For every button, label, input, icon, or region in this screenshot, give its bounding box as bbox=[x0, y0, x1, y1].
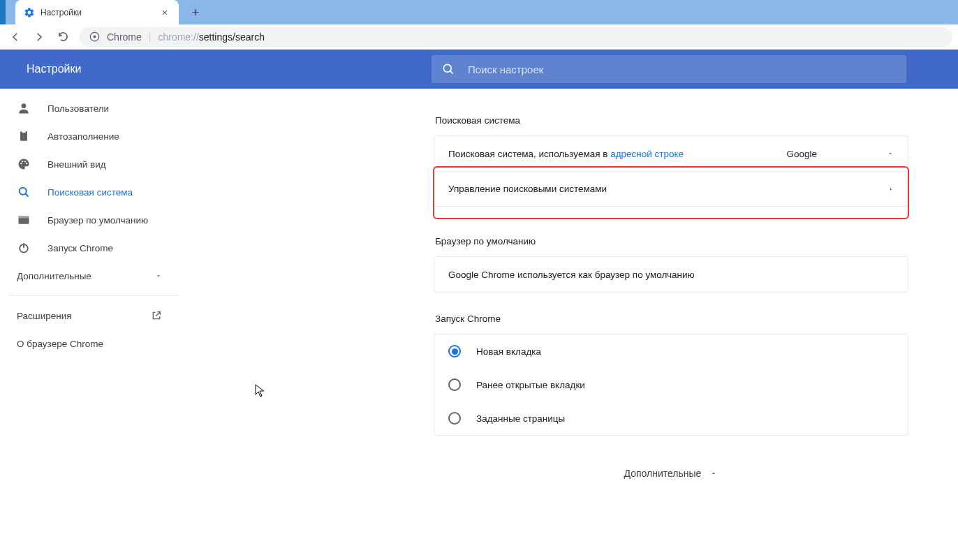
startup-option-continue[interactable]: Ранее открытые вкладки bbox=[434, 368, 908, 401]
svg-point-9 bbox=[24, 161, 26, 162]
close-icon[interactable]: × bbox=[159, 6, 170, 18]
palette-icon bbox=[17, 157, 31, 171]
svg-point-8 bbox=[22, 161, 23, 162]
svg-rect-5 bbox=[20, 131, 27, 140]
new-tab-button[interactable]: + bbox=[186, 3, 205, 22]
search-engine-card: Поисковая система, используемая в адресн… bbox=[434, 135, 908, 207]
sidebar-item-on-startup[interactable]: Запуск Chrome bbox=[0, 234, 179, 262]
advanced-toggle-label: Дополнительные bbox=[624, 468, 702, 479]
row-text: Поисковая система, используемая в адресн… bbox=[448, 149, 684, 159]
back-button[interactable] bbox=[6, 27, 25, 47]
tab-title: Настройки bbox=[40, 8, 154, 17]
section-title-default-browser: Браузер по умолчанию bbox=[435, 236, 908, 246]
sidebar-item-search-engine[interactable]: Поисковая система bbox=[0, 178, 179, 206]
address-bar[interactable]: Chrome | chrome://settings/search bbox=[80, 27, 952, 47]
chevron-down-icon bbox=[709, 469, 718, 478]
startup-option-newtab[interactable]: Новая вкладка bbox=[434, 334, 908, 368]
reload-button[interactable] bbox=[53, 27, 73, 47]
forward-button[interactable] bbox=[29, 27, 49, 47]
omnibox-separator: | bbox=[149, 31, 152, 43]
sidebar-advanced-label: Дополнительные bbox=[17, 271, 91, 281]
sidebar-extensions[interactable]: Расширения bbox=[0, 302, 179, 330]
clipboard-icon bbox=[17, 129, 31, 143]
sidebar-advanced-toggle[interactable]: Дополнительные bbox=[0, 262, 179, 290]
startup-card: Новая вкладка Ранее открытые вкладки Зад… bbox=[434, 334, 908, 436]
chevron-down-icon bbox=[155, 272, 162, 279]
radio-label: Новая вкладка bbox=[476, 346, 541, 357]
svg-point-1 bbox=[94, 36, 96, 38]
sidebar-divider bbox=[10, 295, 179, 296]
search-icon bbox=[17, 185, 31, 199]
sidebar-about-label: О браузере Chrome bbox=[17, 339, 103, 349]
svg-point-4 bbox=[22, 103, 27, 108]
sidebar-item-people[interactable]: Пользователи bbox=[0, 94, 179, 122]
svg-line-3 bbox=[450, 71, 453, 74]
sidebar-about[interactable]: О браузере Chrome bbox=[0, 330, 179, 358]
power-icon bbox=[17, 241, 31, 255]
svg-point-2 bbox=[443, 64, 451, 72]
svg-point-10 bbox=[26, 163, 27, 164]
external-link-icon bbox=[151, 310, 162, 321]
radio-icon[interactable] bbox=[448, 412, 461, 425]
address-bar-link[interactable]: адресной строке bbox=[610, 149, 684, 159]
settings-sidebar: Пользователи Автозаполнение Внешний вид … bbox=[0, 89, 179, 560]
advanced-toggle-center[interactable]: Дополнительные bbox=[434, 468, 908, 479]
browser-tab[interactable]: Настройки × bbox=[15, 0, 179, 24]
chevron-right-icon bbox=[888, 185, 894, 193]
sidebar-item-default-browser[interactable]: Браузер по умолчанию bbox=[0, 206, 179, 234]
search-engine-default-row[interactable]: Поисковая система, используемая в адресн… bbox=[434, 136, 908, 171]
select-value: Google bbox=[786, 149, 817, 159]
browser-tab-strip: Настройки × + bbox=[0, 0, 958, 24]
settings-search-input[interactable] bbox=[468, 64, 897, 75]
sidebar-item-label: Браузер по умолчанию bbox=[47, 215, 148, 226]
section-title-search-engine: Поисковая система bbox=[435, 115, 908, 126]
svg-point-11 bbox=[20, 188, 27, 195]
page-title: Настройки bbox=[15, 63, 432, 75]
sidebar-item-label: Внешний вид bbox=[47, 159, 106, 170]
radio-label: Заданные страницы bbox=[476, 413, 565, 424]
omnibox-url: chrome://settings/search bbox=[158, 31, 265, 43]
sidebar-item-label: Пользователи bbox=[47, 103, 109, 114]
section-title-startup: Запуск Chrome bbox=[435, 314, 908, 324]
svg-rect-6 bbox=[22, 131, 26, 133]
sidebar-item-label: Поисковая система bbox=[47, 187, 133, 198]
svg-rect-14 bbox=[19, 216, 29, 218]
row-text: Google Chrome используется как браузер п… bbox=[448, 270, 695, 280]
window-edge bbox=[0, 0, 6, 24]
radio-label: Ранее открытые вкладки bbox=[476, 380, 585, 390]
settings-body: Пользователи Автозаполнение Внешний вид … bbox=[0, 89, 958, 560]
radio-icon[interactable] bbox=[448, 378, 461, 391]
settings-search[interactable] bbox=[432, 55, 906, 83]
site-info-icon[interactable] bbox=[89, 31, 100, 42]
chevron-down-icon bbox=[887, 150, 894, 157]
omnibox-product: Chrome bbox=[107, 31, 142, 43]
browser-toolbar: Chrome | chrome://settings/search bbox=[0, 24, 958, 50]
search-engine-select[interactable]: Google bbox=[786, 149, 894, 159]
settings-main: Поисковая система Поисковая система, исп… bbox=[179, 89, 958, 560]
person-icon bbox=[17, 101, 31, 115]
radio-icon[interactable] bbox=[448, 345, 461, 358]
sidebar-extensions-label: Расширения bbox=[17, 311, 72, 321]
sidebar-item-appearance[interactable]: Внешний вид bbox=[0, 150, 179, 178]
sidebar-item-label: Автозаполнение bbox=[47, 131, 119, 142]
gear-icon bbox=[24, 7, 35, 18]
sidebar-item-label: Запуск Chrome bbox=[47, 243, 113, 253]
manage-search-engines-row[interactable]: Управление поисковыми системами bbox=[434, 171, 908, 206]
default-browser-row: Google Chrome используется как браузер п… bbox=[434, 257, 908, 292]
row-text: Управление поисковыми системами bbox=[448, 184, 607, 194]
settings-header: Настройки bbox=[0, 50, 958, 89]
sidebar-item-autofill[interactable]: Автозаполнение bbox=[0, 122, 179, 150]
browser-icon bbox=[17, 213, 31, 227]
svg-line-12 bbox=[26, 194, 29, 197]
search-icon bbox=[441, 62, 455, 76]
default-browser-card: Google Chrome используется как браузер п… bbox=[434, 256, 908, 293]
svg-point-7 bbox=[20, 163, 22, 164]
startup-option-specific[interactable]: Заданные страницы bbox=[434, 401, 908, 435]
